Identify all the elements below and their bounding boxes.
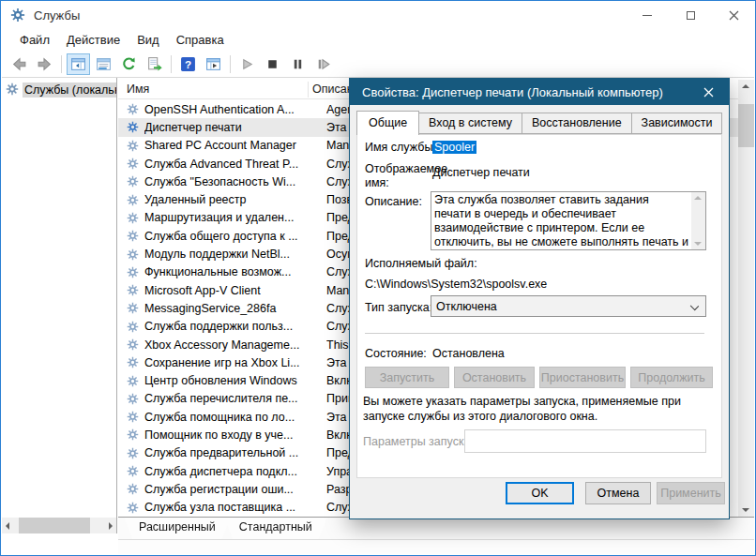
service-icon (127, 447, 140, 459)
list-vertical-scrollbar[interactable] (738, 80, 754, 517)
ok-button[interactable]: OK (506, 482, 574, 504)
properties-button[interactable] (92, 53, 115, 75)
gear-icon (6, 83, 19, 96)
service-name: Функциональные возмож... (144, 265, 302, 278)
control-button[interactable]: Продолжить (630, 367, 713, 388)
minimize-button[interactable] (626, 1, 669, 29)
control-button[interactable]: Приостановить (539, 367, 626, 388)
service-control-buttons: ЗапуститьОстановитьПриостановитьПродолжи… (365, 367, 713, 388)
window-title: Службы (34, 8, 80, 23)
service-icon (127, 465, 140, 477)
gear-icon (127, 483, 139, 495)
description-textarea[interactable]: Эта служба позволяет ставить задания печ… (431, 191, 706, 250)
menu-item[interactable]: Справка (168, 29, 233, 52)
scroll-left-icon[interactable] (6, 522, 9, 530)
apply-button[interactable]: Применить (657, 482, 725, 504)
control-button[interactable]: Запустить (365, 367, 449, 388)
pause-service-button[interactable] (286, 53, 310, 75)
scroll-down-icon[interactable] (742, 508, 749, 512)
export-list-button[interactable] (143, 53, 166, 75)
stop-service-button[interactable] (261, 53, 284, 75)
start-params-input[interactable] (464, 429, 706, 453)
service-icon (127, 356, 140, 368)
forward-button[interactable] (33, 53, 56, 75)
menu-item[interactable]: Файл (11, 29, 58, 52)
service-name-value[interactable]: Spooler (432, 141, 476, 154)
scroll-up-icon[interactable] (694, 196, 702, 200)
startup-type-select[interactable]: Отключена (431, 295, 706, 317)
tree-horizontal-scrollbar[interactable] (2, 518, 116, 533)
scroll-down-icon[interactable] (694, 242, 702, 246)
view-tab-standard[interactable]: Стандартный (224, 518, 327, 539)
service-icon (127, 393, 140, 405)
scrollbar-thumb[interactable] (738, 104, 754, 147)
service-name: MessagingService_286fa (144, 302, 302, 315)
action-pane-icon (205, 56, 221, 72)
services-app-icon (10, 8, 26, 23)
action-pane-button[interactable] (202, 53, 225, 75)
service-name: Служба Advanced Threat P... (144, 158, 302, 171)
service-icon (127, 266, 140, 278)
control-button[interactable]: Остановить (454, 367, 535, 388)
view-tabs: РасширенныйСтандартный (118, 517, 754, 539)
show-console-tree-button[interactable] (67, 53, 90, 75)
service-icon (127, 321, 140, 333)
start-service-button[interactable] (235, 53, 259, 75)
service-name: Служба регистрации оши... (144, 483, 302, 496)
service-name: Служба поддержки польз... (144, 320, 302, 333)
dialog-tab[interactable]: Восстановление (522, 113, 632, 134)
start-params-label: Параметры запуска: (363, 435, 474, 448)
service-name: Помощник по входу в уче... (144, 428, 302, 442)
service-name: Центр обновления Windows (144, 374, 302, 387)
close-icon (703, 87, 714, 98)
dialog-tab[interactable]: Вход в систему (418, 113, 522, 134)
service-name: Служба помощника по ло... (144, 411, 302, 424)
dialog-tabs: ОбщиеВход в системуВосстановлениеЗависим… (356, 110, 722, 134)
general-tab-page: Имя службы: Spooler Отображаемое имя: Ди… (356, 134, 722, 478)
dialog-title: Свойства: Диспетчер печати (Локальный ко… (362, 85, 663, 99)
cancel-button[interactable]: Отмена (585, 482, 651, 504)
gear-icon (127, 356, 139, 368)
menu-item[interactable]: Вид (129, 29, 168, 52)
service-name: Microsoft App-V Client (144, 284, 302, 297)
service-name: Shared PC Account Manager (144, 139, 302, 152)
dialog-tab[interactable]: Зависимости (631, 113, 723, 134)
maximize-button[interactable] (669, 1, 712, 29)
gear-icon (127, 502, 139, 514)
restart-service-button[interactable] (311, 53, 335, 75)
service-icon (127, 158, 140, 170)
tree-item-services-local[interactable]: Службы (локальные) (2, 81, 116, 99)
pause-service-icon (290, 56, 306, 72)
column-separator[interactable] (308, 82, 309, 98)
stop-service-icon (265, 56, 280, 72)
svg-text:?: ? (185, 58, 191, 70)
close-button[interactable] (712, 1, 755, 29)
back-button[interactable] (8, 53, 31, 75)
view-tab-extended[interactable]: Расширенный (124, 518, 231, 539)
refresh-button[interactable] (117, 53, 141, 75)
menu-item[interactable]: Действие (58, 29, 129, 52)
scroll-up-icon[interactable] (742, 84, 749, 88)
display-name-value[interactable]: Диспетчер печати (432, 166, 530, 179)
display-name-label: Отображаемое имя: (365, 162, 436, 190)
service-icon (127, 175, 140, 188)
service-icon (127, 284, 140, 296)
column-header-name[interactable]: Имя (127, 83, 149, 96)
service-name: Диспетчер печати (144, 121, 302, 134)
service-icon (127, 411, 140, 423)
service-name-label: Имя службы: (365, 141, 436, 154)
gear-icon (127, 375, 139, 387)
gear-icon (127, 465, 139, 477)
gear-icon (127, 411, 139, 423)
help-button[interactable]: ? (176, 53, 200, 75)
close-icon (729, 10, 739, 21)
back-icon (11, 56, 27, 72)
properties-icon (96, 56, 112, 72)
start-service-icon (239, 56, 255, 72)
dialog-tab[interactable]: Общие (356, 111, 419, 135)
scrollbar-thumb[interactable] (19, 518, 90, 533)
service-icon (127, 103, 140, 115)
dialog-close-button[interactable] (688, 79, 729, 105)
scroll-right-icon[interactable] (109, 522, 113, 530)
textarea-scrollbar[interactable] (691, 192, 705, 249)
